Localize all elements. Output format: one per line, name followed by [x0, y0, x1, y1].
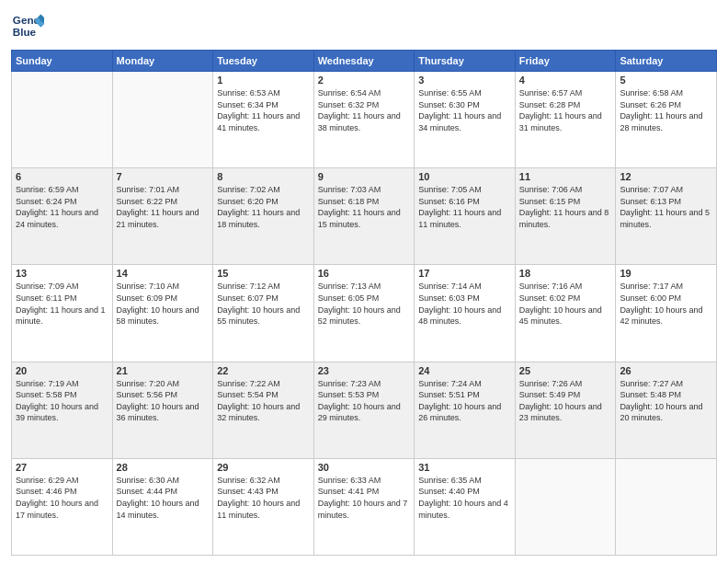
- day-number: 6: [16, 171, 108, 182]
- day-number: 16: [318, 268, 411, 279]
- week-row-1: 1Sunrise: 6:53 AM Sunset: 6:34 PM Daylig…: [12, 72, 717, 168]
- day-number: 17: [418, 268, 511, 279]
- day-number: 28: [117, 462, 210, 473]
- cell-info: Sunrise: 6:30 AM Sunset: 4:44 PM Dayligh…: [117, 475, 210, 521]
- calendar-cell: 17Sunrise: 7:14 AM Sunset: 6:03 PM Dayli…: [415, 265, 516, 362]
- day-number: 3: [418, 75, 511, 86]
- cell-info: Sunrise: 6:55 AM Sunset: 6:30 PM Dayligh…: [418, 87, 511, 133]
- logo-icon: General Blue: [11, 9, 44, 42]
- weekday-header-monday: Monday: [112, 51, 213, 72]
- day-number: 8: [217, 171, 310, 182]
- cell-info: Sunrise: 7:13 AM Sunset: 6:05 PM Dayligh…: [318, 281, 411, 327]
- calendar-cell: 2Sunrise: 6:54 AM Sunset: 6:32 PM Daylig…: [313, 72, 415, 168]
- cell-info: Sunrise: 7:22 AM Sunset: 5:54 PM Dayligh…: [217, 378, 310, 424]
- calendar-cell: 13Sunrise: 7:09 AM Sunset: 6:11 PM Dayli…: [12, 265, 113, 362]
- day-number: 2: [318, 75, 411, 86]
- day-number: 23: [318, 365, 411, 376]
- calendar-cell: 9Sunrise: 7:03 AM Sunset: 6:18 PM Daylig…: [313, 168, 415, 265]
- cell-info: Sunrise: 6:32 AM Sunset: 4:43 PM Dayligh…: [217, 475, 310, 521]
- day-number: 19: [620, 268, 712, 279]
- header: General Blue: [11, 9, 717, 42]
- day-number: 5: [620, 75, 712, 86]
- weekday-header-wednesday: Wednesday: [313, 51, 415, 72]
- calendar-cell: 23Sunrise: 7:23 AM Sunset: 5:53 PM Dayli…: [313, 362, 415, 458]
- weekday-header-sunday: Sunday: [12, 51, 113, 72]
- cell-info: Sunrise: 7:10 AM Sunset: 6:09 PM Dayligh…: [117, 281, 210, 327]
- cell-info: Sunrise: 6:54 AM Sunset: 6:32 PM Dayligh…: [318, 87, 411, 133]
- cell-info: Sunrise: 7:20 AM Sunset: 5:56 PM Dayligh…: [117, 378, 210, 424]
- day-number: 20: [16, 365, 108, 376]
- cell-info: Sunrise: 7:19 AM Sunset: 5:58 PM Dayligh…: [16, 378, 108, 424]
- calendar-cell: 10Sunrise: 7:05 AM Sunset: 6:16 PM Dayli…: [415, 168, 516, 265]
- calendar-cell: 15Sunrise: 7:12 AM Sunset: 6:07 PM Dayli…: [213, 265, 314, 362]
- day-number: 29: [217, 462, 310, 473]
- cell-info: Sunrise: 7:03 AM Sunset: 6:18 PM Dayligh…: [318, 184, 411, 230]
- day-number: 26: [620, 365, 712, 376]
- day-number: 12: [620, 171, 712, 182]
- calendar-cell: [616, 458, 717, 555]
- cell-info: Sunrise: 6:53 AM Sunset: 6:34 PM Dayligh…: [217, 87, 310, 133]
- calendar-table: SundayMondayTuesdayWednesdayThursdayFrid…: [11, 50, 717, 556]
- day-number: 27: [16, 462, 108, 473]
- weekday-header-thursday: Thursday: [415, 51, 516, 72]
- cell-info: Sunrise: 7:23 AM Sunset: 5:53 PM Dayligh…: [318, 378, 411, 424]
- cell-info: Sunrise: 6:35 AM Sunset: 4:40 PM Dayligh…: [418, 475, 511, 521]
- cell-info: Sunrise: 7:09 AM Sunset: 6:11 PM Dayligh…: [16, 281, 108, 327]
- calendar-cell: 30Sunrise: 6:33 AM Sunset: 4:41 PM Dayli…: [313, 458, 415, 555]
- calendar-cell: 12Sunrise: 7:07 AM Sunset: 6:13 PM Dayli…: [616, 168, 717, 265]
- calendar-cell: 11Sunrise: 7:06 AM Sunset: 6:15 PM Dayli…: [515, 168, 616, 265]
- calendar-cell: 19Sunrise: 7:17 AM Sunset: 6:00 PM Dayli…: [616, 265, 717, 362]
- calendar-cell: 24Sunrise: 7:24 AM Sunset: 5:51 PM Dayli…: [415, 362, 516, 458]
- cell-info: Sunrise: 6:58 AM Sunset: 6:26 PM Dayligh…: [620, 87, 712, 133]
- calendar-cell: 27Sunrise: 6:29 AM Sunset: 4:46 PM Dayli…: [12, 458, 113, 555]
- weekday-header-saturday: Saturday: [616, 51, 717, 72]
- cell-info: Sunrise: 7:16 AM Sunset: 6:02 PM Dayligh…: [519, 281, 612, 327]
- cell-info: Sunrise: 7:12 AM Sunset: 6:07 PM Dayligh…: [217, 281, 310, 327]
- calendar-cell: 5Sunrise: 6:58 AM Sunset: 6:26 PM Daylig…: [616, 72, 717, 168]
- calendar-cell: 26Sunrise: 7:27 AM Sunset: 5:48 PM Dayli…: [616, 362, 717, 458]
- svg-text:Blue: Blue: [13, 26, 37, 38]
- day-number: 31: [418, 462, 511, 473]
- cell-info: Sunrise: 7:02 AM Sunset: 6:20 PM Dayligh…: [217, 184, 310, 230]
- day-number: 30: [318, 462, 411, 473]
- calendar-cell: [12, 72, 113, 168]
- week-row-4: 20Sunrise: 7:19 AM Sunset: 5:58 PM Dayli…: [12, 362, 717, 458]
- calendar-cell: 4Sunrise: 6:57 AM Sunset: 6:28 PM Daylig…: [515, 72, 616, 168]
- calendar-cell: [515, 458, 616, 555]
- calendar-cell: 7Sunrise: 7:01 AM Sunset: 6:22 PM Daylig…: [112, 168, 213, 265]
- day-number: 9: [318, 171, 411, 182]
- calendar-cell: 18Sunrise: 7:16 AM Sunset: 6:02 PM Dayli…: [515, 265, 616, 362]
- cell-info: Sunrise: 7:14 AM Sunset: 6:03 PM Dayligh…: [418, 281, 511, 327]
- calendar-cell: 3Sunrise: 6:55 AM Sunset: 6:30 PM Daylig…: [415, 72, 516, 168]
- day-number: 1: [217, 75, 310, 86]
- calendar-cell: 20Sunrise: 7:19 AM Sunset: 5:58 PM Dayli…: [12, 362, 113, 458]
- week-row-2: 6Sunrise: 6:59 AM Sunset: 6:24 PM Daylig…: [12, 168, 717, 265]
- day-number: 14: [117, 268, 210, 279]
- calendar-cell: [112, 72, 213, 168]
- day-number: 25: [519, 365, 612, 376]
- calendar-cell: 31Sunrise: 6:35 AM Sunset: 4:40 PM Dayli…: [415, 458, 516, 555]
- day-number: 24: [418, 365, 511, 376]
- cell-info: Sunrise: 7:26 AM Sunset: 5:49 PM Dayligh…: [519, 378, 612, 424]
- cell-info: Sunrise: 7:27 AM Sunset: 5:48 PM Dayligh…: [620, 378, 712, 424]
- cell-info: Sunrise: 6:33 AM Sunset: 4:41 PM Dayligh…: [318, 475, 411, 521]
- calendar-cell: 16Sunrise: 7:13 AM Sunset: 6:05 PM Dayli…: [313, 265, 415, 362]
- calendar-cell: 6Sunrise: 6:59 AM Sunset: 6:24 PM Daylig…: [12, 168, 113, 265]
- calendar-cell: 28Sunrise: 6:30 AM Sunset: 4:44 PM Dayli…: [112, 458, 213, 555]
- day-number: 7: [117, 171, 210, 182]
- week-row-3: 13Sunrise: 7:09 AM Sunset: 6:11 PM Dayli…: [12, 265, 717, 362]
- cell-info: Sunrise: 7:24 AM Sunset: 5:51 PM Dayligh…: [418, 378, 511, 424]
- calendar-cell: 8Sunrise: 7:02 AM Sunset: 6:20 PM Daylig…: [213, 168, 314, 265]
- day-number: 13: [16, 268, 108, 279]
- day-number: 10: [418, 171, 511, 182]
- weekday-header-tuesday: Tuesday: [213, 51, 314, 72]
- day-number: 4: [519, 75, 612, 86]
- page: General Blue SundayMondayTuesdayWednesda…: [0, 0, 728, 563]
- day-number: 21: [117, 365, 210, 376]
- day-number: 22: [217, 365, 310, 376]
- cell-info: Sunrise: 6:29 AM Sunset: 4:46 PM Dayligh…: [16, 475, 108, 521]
- cell-info: Sunrise: 7:05 AM Sunset: 6:16 PM Dayligh…: [418, 184, 511, 230]
- day-number: 18: [519, 268, 612, 279]
- weekday-header-row: SundayMondayTuesdayWednesdayThursdayFrid…: [12, 51, 717, 72]
- logo: General Blue: [11, 9, 44, 42]
